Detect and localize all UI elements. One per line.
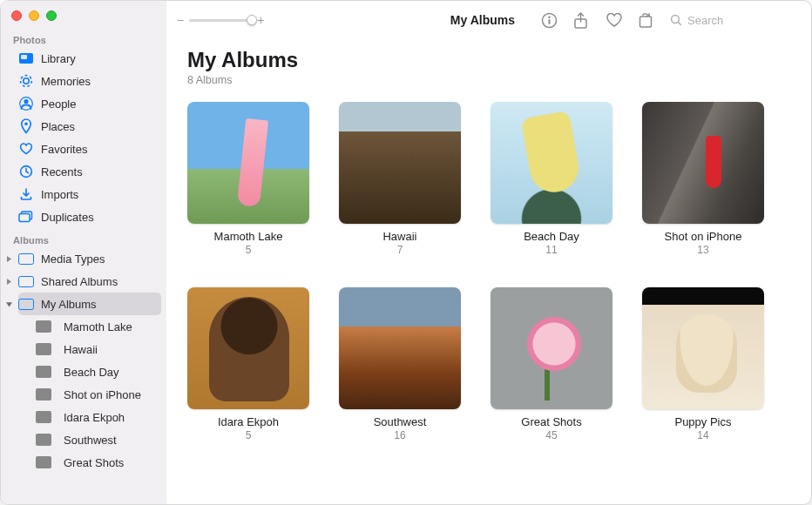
sidebar-item-places[interactable]: Places [6,115,161,138]
sidebar-item-my-albums[interactable]: My Albums [18,293,161,315]
content-scroll[interactable]: My Albums 8 Albums Mamoth Lake 5 Hawaii … [166,39,811,504]
album-count: 5 [246,244,252,256]
album-cover [339,102,461,224]
album-name: Shot on iPhone [665,230,742,243]
album-thumbnail-icon [36,456,51,468]
search-input[interactable] [687,14,801,27]
sidebar-scroll[interactable]: Photos Library Memories People [1,28,166,474]
sidebar-album-southwest[interactable]: Southwest [6,428,161,451]
duplicates-icon [18,209,34,225]
sidebar-item-recents[interactable]: Recents [6,160,161,183]
album-thumbnail-icon [36,343,51,355]
sidebar-item-media-types[interactable]: Media Types [18,247,161,270]
zoom-slider[interactable]: − + [177,13,264,27]
svg-point-11 [548,16,550,17]
disclosure-triangle[interactable] [1,278,13,286]
zoom-knob[interactable] [247,15,257,25]
toolbar: − + My Albums [166,1,811,39]
close-window-button[interactable] [11,10,22,21]
album-folder-icon [18,253,34,265]
album-count: 5 [246,429,252,441]
zoom-track[interactable] [189,19,252,22]
album-thumbnail-icon [36,388,51,401]
album-cover [187,287,309,409]
svg-rect-12 [549,19,551,24]
album-item[interactable]: Great Shots 45 [491,287,612,441]
album-item[interactable]: Mamoth Lake 5 [187,102,309,256]
places-icon [18,118,34,134]
album-item[interactable]: Idara Ekpoh 5 [187,287,309,441]
disclosure-triangle[interactable] [1,255,13,263]
album-item[interactable]: Shot on iPhone 13 [642,102,764,256]
heart-icon [18,141,34,157]
sidebar-label: Hawaii [64,343,98,356]
album-name: Idara Ekpoh [218,415,279,428]
search-icon [670,14,682,26]
sidebar-label: Favorites [41,143,87,156]
disclosure-triangle-open[interactable] [1,300,13,308]
album-thumbnail-icon [36,366,51,378]
album-folder-icon [18,299,34,310]
sidebar-label: Recents [41,165,83,178]
album-item[interactable]: Beach Day 11 [491,102,612,256]
album-name: Puppy Pics [674,415,731,428]
info-icon[interactable] [541,12,558,29]
svg-rect-9 [19,213,30,221]
share-icon[interactable] [573,12,590,29]
sidebar-item-library[interactable]: Library [6,47,161,70]
rotate-icon[interactable] [638,12,654,29]
album-thumbnail-icon [36,411,51,423]
album-item[interactable]: Southwest 16 [339,287,461,441]
minimize-window-button[interactable] [29,10,39,21]
album-count: 11 [545,244,557,256]
album-cover [187,102,309,224]
sidebar-album-mamoth-lake[interactable]: Mamoth Lake [6,315,161,338]
album-name: Hawaii [382,230,416,243]
page-title: My Albums [187,48,790,72]
app-window: Photos Library Memories People [0,0,812,505]
album-item[interactable]: Hawaii 7 [339,102,461,256]
sidebar-item-imports[interactable]: Imports [6,183,161,205]
album-count: 16 [394,429,405,441]
sidebar-label: Imports [41,188,78,201]
sidebar-label: Shared Albums [41,275,118,288]
sidebar-label: Shot on iPhone [64,388,141,401]
album-name: Southwest [374,415,427,428]
sidebar-label: Great Shots [64,456,124,469]
sidebar-item-shared-albums[interactable]: Shared Albums [18,270,161,293]
sidebar-label: Southwest [64,434,117,447]
sidebar-label: My Albums [41,298,97,311]
sidebar-label: Duplicates [41,211,94,224]
album-cover [339,287,461,409]
sidebar-album-beach-day[interactable]: Beach Day [6,360,161,383]
sidebar-item-favorites[interactable]: Favorites [6,138,161,160]
svg-point-3 [21,76,32,87]
zoom-in-icon: + [257,13,264,27]
album-cover [491,102,612,224]
search-field[interactable] [663,14,801,27]
favorite-icon[interactable] [606,12,622,29]
sidebar-item-memories[interactable]: Memories [6,70,161,92]
toolbar-title: My Albums [450,13,515,27]
sidebar-section-photos: Photos [1,28,166,47]
sidebar-label: Mamoth Lake [64,320,132,333]
sidebar-label: Memories [41,75,91,88]
album-name: Beach Day [524,230,579,243]
sidebar-album-shot-on-iphone[interactable]: Shot on iPhone [6,383,161,406]
page-subtitle: 8 Albums [187,74,790,86]
album-count: 7 [397,244,403,256]
album-count: 45 [545,429,557,441]
sidebar-album-great-shots[interactable]: Great Shots [6,451,161,474]
svg-point-2 [24,78,29,84]
sidebar-album-hawaii[interactable]: Hawaii [6,338,161,360]
album-cover [491,287,612,409]
sidebar-item-duplicates[interactable]: Duplicates [6,205,161,228]
memories-icon [18,73,34,89]
album-item[interactable]: Puppy Pics 14 [642,287,764,441]
svg-rect-14 [640,17,652,27]
sidebar-item-people[interactable]: People [6,92,161,115]
sidebar-album-idara-ekpoh[interactable]: Idara Ekpoh [6,406,161,428]
fullscreen-window-button[interactable] [46,10,57,21]
album-cover [642,287,764,409]
sidebar-label: People [41,98,76,111]
